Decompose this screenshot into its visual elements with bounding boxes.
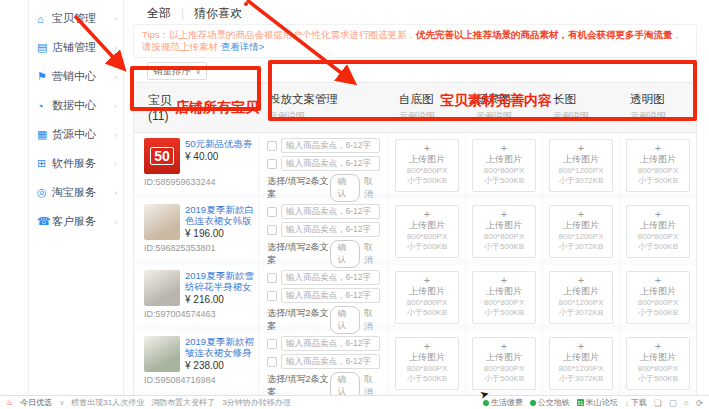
copy-cell: 输入商品卖点，6-12字输入商品卖点，6-12字选择/填写2条文案确认取消 — [259, 133, 389, 202]
column-sub-label[interactable]: 示例说明 — [269, 110, 389, 123]
product-summary: 2019夏季新款褶皱连衣裙女修身显瘦小众网红¥ 238.00 — [144, 336, 254, 372]
bottom-bar-item-公交地铁[interactable]: 公交地铁 — [530, 397, 570, 408]
customer-icon: ☎ — [37, 215, 52, 228]
bottom-bar-text[interactable]: 3分钟协办转移办理 — [222, 397, 290, 408]
upload-image-button[interactable]: +上传图片800*800PX小于500KB — [472, 205, 536, 258]
column-sub-label[interactable]: 示例说明 — [630, 110, 696, 123]
product-thumbnail[interactable] — [144, 270, 180, 306]
column-label: 投放文案管理 — [269, 92, 389, 107]
bottom-bar-text[interactable]: 消防布置大变样了 — [151, 397, 215, 408]
checkbox[interactable] — [267, 159, 277, 169]
chevron-right-icon: › — [114, 43, 117, 53]
upload-image-button[interactable]: +上传图片800*800PX小于500KB — [626, 337, 690, 390]
tab-all[interactable]: 全部 — [147, 5, 171, 22]
upload-cell: +上传图片800*1200PX小于3072KB — [543, 133, 620, 202]
upload-image-button[interactable]: +上传图片800*800PX小于500KB — [472, 271, 536, 324]
bottom-bar-left: ♨ 今日优选 ∨ 榜首出现31人次停业消防布置大变样了3分钟协办转移办理 — [6, 397, 291, 408]
column-sub-label[interactable]: 示例说明 — [553, 110, 620, 123]
product-thumbnail[interactable]: 50 — [144, 138, 180, 174]
upload-image-button[interactable]: +上传图片800*800PX小于500KB — [395, 337, 459, 390]
tips-detail-link[interactable]: 查看详情> — [221, 41, 265, 52]
upload-image-button[interactable]: +上传图片800*800PX小于500KB — [395, 271, 459, 324]
chevron-right-icon: › — [114, 72, 117, 82]
upload-image-button[interactable]: +上传图片800*800PX小于500KB — [472, 139, 536, 192]
upload-image-button[interactable]: +上传图片800*800PX小于500KB — [626, 205, 690, 258]
selling-point-input[interactable]: 输入商品卖点，6-12字 — [281, 288, 380, 303]
selling-point-input[interactable]: 输入商品卖点，6-12字 — [281, 270, 380, 285]
sidebar: ⌂宝贝管理›▤店铺管理›⚑营销中心›◔数据中心›▦货源中心›⊞软件服务›◎淘宝服… — [28, 0, 124, 395]
sidebar-item-淘宝服务[interactable]: ◎淘宝服务› — [29, 178, 123, 207]
sort-dropdown[interactable]: 销量排序 ∨ — [147, 62, 207, 80]
copy-cell: 输入商品卖点，6-12字输入商品卖点，6-12字选择/填写2条文案确认取消 — [259, 331, 389, 400]
product-thumbnail[interactable] — [144, 336, 180, 372]
column-sub-label[interactable]: 示例说明 — [399, 110, 466, 123]
product-table: 宝贝(11) 店铺所有宝贝 投放文案管理示例说明自底图示例说明场景图示例说明长图… — [133, 82, 697, 409]
product-title-link[interactable]: 2019夏季新款雪纺碎花半身裙女中长款韩版白 — [185, 270, 254, 292]
upload-image-button[interactable]: +上传图片800*800PX小于500KB — [395, 139, 459, 192]
cancel-button[interactable]: 取消 — [364, 307, 380, 333]
selling-point-input[interactable]: 输入商品卖点，6-12字 — [281, 222, 380, 237]
checkbox[interactable] — [267, 273, 277, 283]
confirm-button[interactable]: 确认 — [330, 174, 359, 202]
selling-point-input[interactable]: 输入商品卖点，6-12字 — [281, 336, 380, 351]
product-thumbnail[interactable] — [144, 204, 180, 240]
upload-image-button[interactable]: +上传图片800*800PX小于500KB — [626, 139, 690, 192]
checkbox[interactable] — [267, 339, 277, 349]
toolbar-icon-3[interactable]: ⟳ — [696, 398, 703, 408]
bottom-bar-item-生活缴费[interactable]: 生活缴费 — [483, 397, 523, 408]
product-title-link[interactable]: 2019夏季新款白色连衣裙女韩版短袖T恤中长款 — [185, 204, 254, 226]
checkbox[interactable] — [267, 207, 277, 217]
upload-spec: 800*800PX小于500KB — [396, 166, 458, 185]
sidebar-item-软件服务[interactable]: ⊞软件服务› — [29, 149, 123, 178]
selling-point-input[interactable]: 输入商品卖点，6-12字 — [281, 156, 380, 171]
software-icon: ⊞ — [37, 157, 52, 170]
toolbar-icon-0[interactable]: ❏ — [654, 398, 662, 408]
product-title-link[interactable]: 50元新品优惠券 — [185, 138, 253, 149]
upload-image-button[interactable]: +上传图片800*800PX小于500KB — [472, 337, 536, 390]
upload-label: 上传图片 — [473, 286, 535, 297]
bottom-bar-item-米山论坛[interactable]: 51米山论坛 — [577, 397, 618, 408]
selling-point-input[interactable]: 输入商品卖点，6-12字 — [281, 354, 380, 369]
chevron-right-icon: › — [114, 101, 117, 111]
sidebar-item-宝贝管理[interactable]: ⌂宝贝管理› — [29, 4, 123, 33]
cancel-button[interactable]: 取消 — [364, 241, 380, 267]
bottom-hot-label[interactable]: 今日优选 — [20, 397, 52, 408]
bottom-bar-item-label: 米山论坛 — [586, 397, 618, 408]
upload-image-button[interactable]: +上传图片800*1200PX小于3072KB — [549, 271, 613, 324]
sidebar-item-数据中心[interactable]: ◔数据中心› — [29, 91, 123, 120]
selling-point-input[interactable]: 输入商品卖点，6-12字 — [281, 138, 380, 153]
upload-label: 上传图片 — [550, 286, 612, 297]
confirm-button[interactable]: 确认 — [330, 240, 359, 268]
product-price: ¥ 216.00 — [185, 294, 254, 305]
upload-image-button[interactable]: +上传图片800*1200PX小于3072KB — [549, 139, 613, 192]
upload-image-button[interactable]: +上传图片800*800PX小于500KB — [626, 271, 690, 324]
column-sub-label[interactable]: 示例说明 — [476, 110, 543, 123]
confirm-button[interactable]: 确认 — [330, 306, 359, 334]
sidebar-item-营销中心[interactable]: ⚑营销中心› — [29, 62, 123, 91]
tab-guess-you-like[interactable]: 猜你喜欢 — [194, 5, 242, 22]
bottom-bar-text[interactable]: 榜首出现31人次停业 — [71, 397, 144, 408]
green-dot-icon — [483, 400, 489, 406]
download-button[interactable]: ↓下载 — [625, 397, 647, 408]
chevron-right-icon: › — [114, 188, 117, 198]
upload-spec: 800*800PX小于500KB — [473, 232, 535, 251]
product-title-link[interactable]: 2019夏季新款褶皱连衣裙女修身显瘦小众网红 — [185, 336, 254, 358]
cancel-button[interactable]: 取消 — [364, 175, 380, 201]
toolbar-icon-2[interactable]: ○ — [684, 398, 689, 408]
selling-point-input[interactable]: 输入商品卖点，6-12字 — [281, 204, 380, 219]
data-icon: ◔ — [37, 100, 52, 112]
checkbox[interactable] — [267, 291, 277, 301]
upload-image-button[interactable]: +上传图片800*1200PX小于3072KB — [549, 337, 613, 390]
sidebar-item-店铺管理[interactable]: ▤店铺管理› — [29, 33, 123, 62]
sidebar-item-货源中心[interactable]: ▦货源中心› — [29, 120, 123, 149]
checkbox[interactable] — [267, 357, 277, 367]
upload-image-button[interactable]: +上传图片800*800PX小于500KB — [395, 205, 459, 258]
checkbox[interactable] — [267, 141, 277, 151]
checkbox[interactable] — [267, 225, 277, 235]
table-header: 宝贝(11) 店铺所有宝贝 投放文案管理示例说明自底图示例说明场景图示例说明长图… — [134, 83, 696, 133]
chevron-right-icon: › — [114, 217, 117, 227]
sidebar-item-客户服务[interactable]: ☎客户服务› — [29, 207, 123, 236]
toolbar-icon-1[interactable]: ▢ — [669, 398, 677, 408]
upload-image-button[interactable]: +上传图片800*1200PX小于3072KB — [549, 205, 613, 258]
chevron-down-icon[interactable]: ∨ — [59, 399, 64, 407]
